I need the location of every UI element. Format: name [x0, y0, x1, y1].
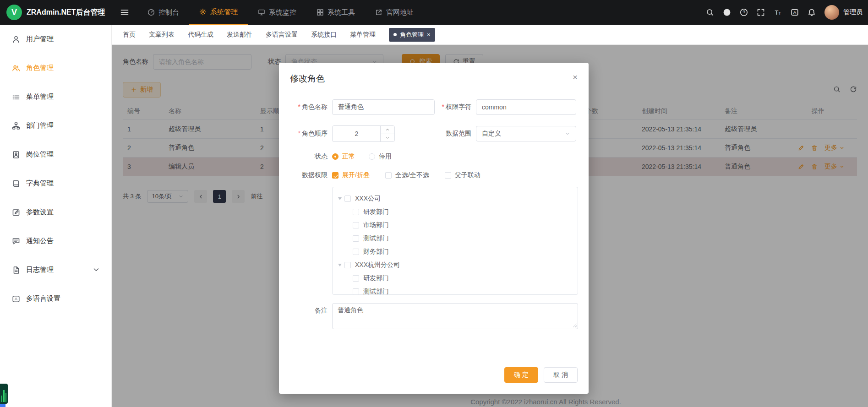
- dialog-title: 修改角色: [290, 73, 325, 85]
- sidebar-item-posts[interactable]: 岗位管理: [0, 140, 111, 169]
- role-name-label: *角色名称: [290, 103, 332, 111]
- sidebar-item-label: 用户管理: [26, 35, 54, 43]
- role-sort-stepper[interactable]: 2: [332, 125, 395, 142]
- caret-down-icon[interactable]: [335, 195, 344, 202]
- dashboard-icon: [147, 9, 155, 16]
- role-sort-label: *角色顺序: [290, 130, 332, 138]
- remark-textarea[interactable]: 普通角色: [332, 303, 578, 329]
- log-icon: [12, 266, 20, 274]
- tree-node-label: XXX公司: [355, 195, 381, 203]
- sidebar-item-menus[interactable]: 菜单管理: [0, 82, 111, 111]
- tree-checkbox[interactable]: [353, 235, 359, 242]
- stepper-down-icon[interactable]: [381, 134, 394, 142]
- nav-item-system-monitor[interactable]: 系统监控: [248, 0, 306, 25]
- font-size-icon[interactable]: [769, 0, 786, 25]
- checkbox-icon: [445, 172, 451, 179]
- nav-item-system-tools[interactable]: 系统工具: [306, 0, 365, 25]
- select-all-checkbox[interactable]: 全选/全不选: [385, 171, 429, 179]
- user-menu[interactable]: 管理员: [824, 5, 863, 20]
- stepper-up-icon[interactable]: [381, 126, 394, 134]
- parent-child-link-checkbox[interactable]: 父子联动: [445, 171, 480, 179]
- tab-sendmail[interactable]: 发送邮件: [227, 31, 252, 39]
- tree-node-child[interactable]: 市场部门: [333, 218, 578, 232]
- hamburger-icon[interactable]: [112, 0, 137, 25]
- data-scope-select[interactable]: 自定义: [476, 126, 576, 141]
- tree-node-parent[interactable]: XXX公司: [333, 192, 578, 205]
- nav-label: 控制台: [158, 8, 179, 17]
- role-key-label: *权限字符: [435, 103, 476, 111]
- checkbox-icon: [332, 172, 338, 179]
- sidebar-item-parameters[interactable]: 参数设置: [0, 198, 111, 227]
- role-name-field[interactable]: [332, 99, 435, 115]
- sidebar-item-users[interactable]: 用户管理: [0, 25, 111, 54]
- tree-checkbox[interactable]: [353, 288, 359, 295]
- tree-checkbox[interactable]: [353, 222, 359, 228]
- tree-checkbox[interactable]: [344, 195, 351, 202]
- help-icon[interactable]: [735, 0, 752, 25]
- sidebar-item-dictionary[interactable]: 字典管理: [0, 169, 111, 198]
- tree-node-child[interactable]: 研发部门: [333, 205, 578, 218]
- tab-languages[interactable]: 多语言设置: [266, 31, 298, 39]
- required-asterisk: *: [298, 130, 300, 137]
- tree-node-label: 测试部门: [363, 288, 389, 295]
- avatar: [824, 5, 839, 20]
- tree-checkbox[interactable]: [353, 249, 359, 255]
- system-tray-widget[interactable]: [0, 384, 8, 404]
- checkbox-label: 父子联动: [455, 171, 480, 179]
- tree-node-parent[interactable]: XXX杭州分公司: [333, 258, 578, 271]
- close-icon[interactable]: [427, 31, 431, 38]
- tree-node-child[interactable]: 研发部门: [333, 271, 578, 285]
- dialog-footer: 确定 取消: [279, 367, 589, 394]
- cancel-button[interactable]: 取消: [544, 367, 578, 383]
- sidebar-item-logs[interactable]: 日志管理: [0, 255, 111, 284]
- tab-api[interactable]: 系统接口: [311, 31, 337, 39]
- bell-icon[interactable]: [803, 0, 820, 25]
- status-radio-normal[interactable]: 正常: [332, 152, 355, 161]
- role-icon: [12, 64, 20, 72]
- sidebar-item-notices[interactable]: 通知公告: [0, 227, 111, 255]
- fullscreen-icon[interactable]: [752, 0, 769, 25]
- sidebar-item-departments[interactable]: 部门管理: [0, 111, 111, 140]
- close-icon[interactable]: [573, 73, 578, 81]
- stepper-value: 2: [333, 130, 381, 137]
- confirm-button[interactable]: 确定: [504, 367, 538, 383]
- sidebar-item-label: 菜单管理: [26, 92, 54, 101]
- app-logo: V ZRAdmin.NET后台管理: [0, 5, 112, 20]
- sidebar: 用户管理 角色管理 菜单管理 部门管理 岗位管理 字典管理 参数设置 通知公告 …: [0, 25, 112, 407]
- sidebar-item-languages[interactable]: 多语言设置: [0, 284, 111, 313]
- tab-articles[interactable]: 文章列表: [149, 31, 175, 39]
- caret-down-icon[interactable]: [335, 261, 344, 268]
- taskbar-strip: [0, 404, 5, 407]
- menu-list-icon: [12, 93, 20, 101]
- nav-item-system-management[interactable]: 系统管理: [189, 0, 248, 25]
- tree-node-child[interactable]: 财务部门: [333, 245, 578, 258]
- search-icon[interactable]: [701, 0, 718, 25]
- checkbox-icon: [385, 172, 392, 179]
- data-scope-label: 数据范围: [435, 130, 476, 138]
- role-key-field[interactable]: [476, 99, 576, 115]
- status-label: 状态: [290, 152, 332, 161]
- monitor-icon: [258, 9, 265, 16]
- data-permission-label: 数据权限: [290, 171, 332, 179]
- tree-node-child[interactable]: 测试部门: [333, 232, 578, 245]
- expand-collapse-checkbox[interactable]: 展开/折叠: [332, 171, 370, 179]
- tree-node-child[interactable]: 测试部门: [333, 285, 578, 295]
- edit-settings-icon: [12, 208, 20, 217]
- tree-checkbox[interactable]: [353, 209, 359, 215]
- nav-item-website[interactable]: 官网地址: [365, 0, 424, 25]
- status-radio-disabled[interactable]: 停用: [369, 152, 392, 161]
- sidebar-item-label: 角色管理: [26, 64, 54, 72]
- gear-icon: [199, 8, 207, 16]
- tab-menus[interactable]: 菜单管理: [350, 31, 376, 39]
- sidebar-item-roles[interactable]: 角色管理: [0, 54, 111, 82]
- tab-home[interactable]: 首页: [123, 31, 136, 39]
- tab-roles-active[interactable]: 角色管理: [389, 28, 435, 42]
- github-icon[interactable]: [718, 0, 735, 25]
- language-icon[interactable]: [786, 0, 803, 25]
- notice-icon: [12, 237, 20, 245]
- tree-checkbox[interactable]: [344, 262, 351, 268]
- tab-codegen[interactable]: 代码生成: [188, 31, 213, 39]
- nav-label: 系统工具: [328, 8, 355, 17]
- tree-checkbox[interactable]: [353, 275, 359, 282]
- nav-item-console[interactable]: 控制台: [137, 0, 189, 25]
